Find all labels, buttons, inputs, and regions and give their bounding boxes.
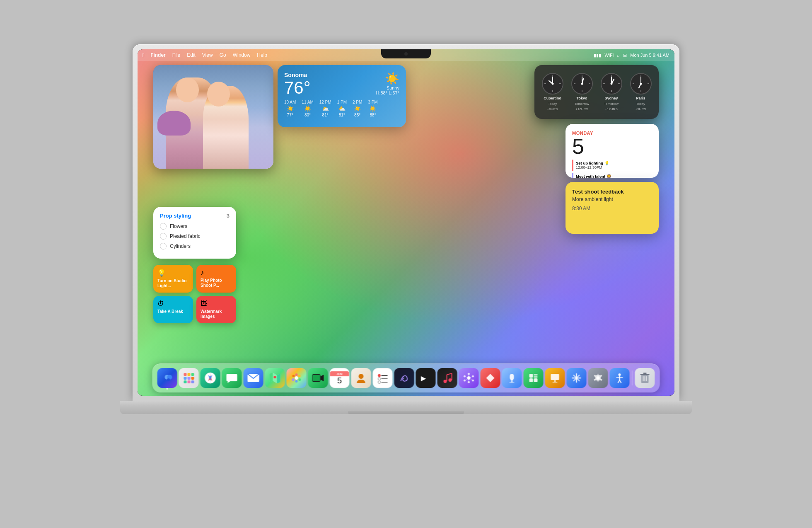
menu-file[interactable]: File	[170, 52, 183, 58]
menu-go[interactable]: Go	[217, 52, 229, 58]
camera-notch	[381, 49, 431, 58]
svg-point-46	[274, 376, 276, 378]
clock-face-cupertino	[542, 73, 563, 94]
weather-highlow: H:88° L:57°	[376, 90, 399, 95]
calendar-icon-date: 5	[337, 376, 342, 385]
svg-rect-86	[529, 374, 533, 378]
shortcut-icon-watermark: 🖼	[201, 300, 232, 308]
dock-item-calendar[interactable]: JUN 5	[330, 368, 350, 388]
clock-offset-sydney: +17HRS	[605, 107, 617, 111]
menu-help[interactable]: Help	[254, 52, 270, 58]
dock-item-facetime[interactable]	[308, 368, 328, 388]
dock-item-appstore[interactable]	[567, 368, 587, 388]
svg-rect-35	[188, 377, 191, 380]
svg-line-103	[620, 380, 621, 383]
reminder-circle-2	[160, 243, 167, 249]
reminder-item-2: Cylinders	[160, 243, 230, 249]
dock-separator	[632, 371, 633, 385]
dock-item-trash[interactable]	[635, 368, 655, 388]
dock-item-news[interactable]	[481, 368, 500, 388]
dock-item-music[interactable]	[437, 368, 457, 388]
menu-window[interactable]: Window	[230, 52, 253, 58]
svg-point-52	[292, 378, 295, 381]
event-time-0: 12:00–12:30PM	[576, 165, 609, 170]
clock-face-paris	[630, 73, 652, 94]
dock-item-maps[interactable]	[265, 368, 285, 388]
shortcut-icon-studio-light: 💡	[157, 269, 189, 277]
svg-line-68	[447, 373, 452, 375]
svg-rect-87	[534, 374, 538, 375]
widget-reminders: Prop styling 3 Flowers Pleated fabric Cy…	[153, 207, 236, 259]
svg-text:▶: ▶	[421, 375, 426, 382]
dock-item-settings[interactable]	[588, 368, 608, 388]
shortcut-watermark[interactable]: 🖼 Watermark Images	[196, 296, 236, 323]
shortcut-play-music[interactable]: ♪ Play Photo Shoot P...	[196, 265, 236, 293]
dock-item-reminders[interactable]	[373, 368, 393, 388]
dock-item-photos[interactable]	[287, 368, 307, 388]
calendar-icon: JUN 5	[330, 371, 349, 385]
macbook-base	[120, 401, 692, 414]
menu-edit[interactable]: Edit	[184, 52, 198, 58]
svg-point-48	[295, 373, 298, 376]
reminder-text-0: Flowers	[170, 223, 187, 229]
dock-item-freeform[interactable]	[394, 368, 414, 388]
notes-title: Test shoot feedback	[572, 189, 652, 195]
svg-rect-89	[529, 378, 533, 382]
svg-rect-93	[553, 382, 558, 383]
weather-hour-0: 10 AM ☀️ 77°	[284, 100, 296, 117]
clock-day-sydney: Tomorrow	[604, 102, 619, 106]
weather-hour-5: 3 PM ☀️ 88°	[368, 100, 377, 117]
svg-marker-55	[321, 375, 324, 381]
clock-offset-paris: +9HRS	[635, 107, 646, 111]
dock-item-safari[interactable]	[201, 368, 220, 388]
macbook-lid:  Finder File Edit View Go Window Help ▮…	[133, 44, 679, 401]
reminder-item-0: Flowers	[160, 223, 230, 230]
dock-item-messages[interactable]	[222, 368, 242, 388]
svg-point-50	[299, 378, 301, 381]
shortcut-label-break: Take A Break	[157, 309, 189, 314]
svg-point-53	[292, 375, 295, 377]
reminder-text-1: Pleated fabric	[170, 233, 200, 239]
dock-item-transit[interactable]	[502, 368, 522, 388]
svg-rect-106	[643, 373, 647, 374]
svg-point-73	[472, 380, 474, 382]
clock-paris: Paris Today +9HRS	[630, 73, 652, 111]
clock-tokyo: Tokyo Tomorrow +16HRS	[571, 73, 593, 111]
apple-menu-icon[interactable]: 	[143, 52, 145, 58]
control-center-icon[interactable]: ⊞	[623, 53, 627, 58]
dock-item-finder[interactable]	[157, 368, 177, 388]
shortcut-label-watermark: Watermark Images	[201, 309, 232, 319]
notes-time: 8:30 AM	[572, 206, 652, 211]
clock-sydney: Sydney Tomorrow +17HRS	[601, 73, 622, 111]
widget-photos	[153, 65, 273, 169]
svg-rect-105	[640, 374, 650, 375]
menu-view[interactable]: View	[200, 52, 215, 58]
svg-rect-83	[510, 374, 514, 380]
sun-icon: ☀️	[376, 72, 399, 85]
dock-item-numbers[interactable]	[524, 368, 544, 388]
widget-shortcuts: 💡 Turn on Studio Light... ♪ Play Photo S…	[153, 265, 236, 323]
search-icon[interactable]: ⌕	[617, 53, 620, 58]
dock-item-launchpad[interactable]	[179, 368, 199, 388]
wifi-icon: WiFi	[604, 53, 614, 58]
widget-clocks: Cupertino Today +0HRS	[534, 65, 659, 119]
dock-item-keynote[interactable]	[545, 368, 565, 388]
weather-hour-4: 2 PM ☀️ 85°	[353, 100, 362, 117]
calendar-date: 5	[572, 136, 652, 157]
svg-point-57	[359, 374, 364, 379]
dock-item-mindnode[interactable]	[459, 368, 479, 388]
dock-item-accessibility[interactable]	[610, 368, 630, 388]
weather-hour-3: 1 PM ⛅ 81°	[337, 100, 347, 117]
event-title-1: Meet with talent 🦁	[576, 174, 611, 178]
menu-finder[interactable]: Finder	[148, 52, 168, 58]
svg-point-62	[378, 381, 381, 383]
shortcut-take-break[interactable]: ⏱ Take A Break	[153, 296, 193, 323]
reminder-circle-0	[160, 223, 167, 230]
shortcut-studio-light[interactable]: 💡 Turn on Studio Light...	[153, 265, 193, 293]
dock-item-mail[interactable]	[244, 368, 263, 388]
reminder-circle-1	[160, 233, 167, 240]
event-bar-0	[572, 160, 573, 171]
shortcut-label-studio-light: Turn on Studio Light...	[157, 279, 189, 288]
dock-item-contacts[interactable]	[351, 368, 371, 388]
dock-item-appletv[interactable]: ▶	[416, 368, 436, 388]
